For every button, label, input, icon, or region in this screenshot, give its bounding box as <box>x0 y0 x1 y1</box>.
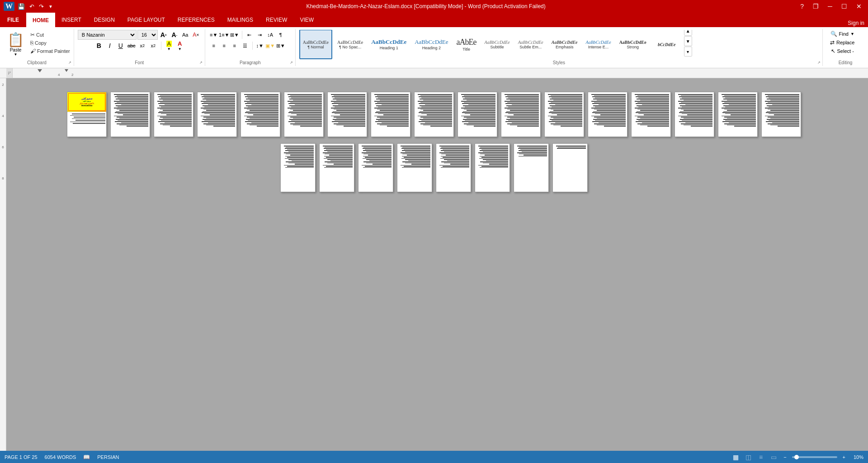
clear-format-button[interactable]: A✕ <box>191 30 201 40</box>
page-thumb-8[interactable] <box>371 92 410 137</box>
style-no-spacing[interactable]: AaBbCcDdEe ¶ No Spac... <box>334 30 366 59</box>
replace-button[interactable]: ⇄ Replace <box>826 38 858 47</box>
align-left-button[interactable]: ≡ <box>209 41 219 51</box>
page-thumb-17[interactable] <box>761 92 801 137</box>
zoom-level[interactable]: 10% <box>851 454 863 460</box>
show-hide-button[interactable]: ¶ <box>276 30 286 40</box>
ruler-handle[interactable]: ◸ <box>6 68 13 78</box>
maximize-button[interactable]: ☐ <box>839 3 850 10</box>
decrease-indent-button[interactable]: ⇤ <box>245 30 255 40</box>
copy-button[interactable]: ⎘ Copy <box>28 39 72 47</box>
page-thumb-10[interactable] <box>458 92 497 137</box>
redo-quick-btn[interactable]: ↷ <box>38 2 45 11</box>
page-thumb-6[interactable] <box>284 92 324 137</box>
ruler-tab-2[interactable] <box>65 69 68 72</box>
page-thumb-16[interactable] <box>718 92 758 137</box>
zoom-out-button[interactable]: − <box>782 454 788 460</box>
page-thumb-19[interactable] <box>319 143 354 192</box>
view-web-button[interactable]: ◫ <box>744 453 753 462</box>
bold-button[interactable]: B <box>94 41 104 51</box>
page-thumb-5[interactable] <box>241 92 280 137</box>
ruler-tab-1[interactable] <box>38 69 42 72</box>
style-bccddee[interactable]: bCcDdEe <box>651 30 682 59</box>
tab-references[interactable]: REFERENCES <box>171 13 221 27</box>
page-thumb-23[interactable] <box>475 143 510 192</box>
style-heading1[interactable]: AaBbCcDdEe Heading 1 <box>368 30 410 59</box>
style-emphasis[interactable]: AaBbCcDdEe Emphasis <box>548 30 581 59</box>
subscript-button[interactable]: x2 <box>137 41 147 51</box>
align-right-button[interactable]: ≡ <box>230 41 240 51</box>
justify-button[interactable]: ☰ <box>240 41 250 51</box>
shading-button[interactable]: ▣▼ <box>265 41 275 51</box>
language[interactable]: PERSIAN <box>97 454 119 460</box>
page-thumb-21[interactable] <box>397 143 432 192</box>
bullet-list-button[interactable]: ≡▼ <box>209 30 219 40</box>
style-subtitle[interactable]: AaBbCcDdEe Subtitle <box>481 30 513 59</box>
page-thumb-15[interactable] <box>675 92 714 137</box>
sort-button[interactable]: ↕A <box>265 30 275 40</box>
tab-design[interactable]: DESIGN <box>88 13 121 27</box>
font-size-select[interactable]: 16 <box>137 30 158 40</box>
customize-quick-btn[interactable]: ▼ <box>47 3 54 10</box>
styles-scroll-down[interactable]: ▼ <box>684 36 692 46</box>
style-subtle-emphasis[interactable]: AaBbCcDdEe Subtle Em... <box>515 30 547 59</box>
page-thumb-1[interactable]: تحقیق آنلاین مرجع دانلود با کمترین قیمت … <box>67 92 107 137</box>
page-thumb-3[interactable] <box>154 92 193 137</box>
zoom-in-button[interactable]: + <box>841 454 847 460</box>
styles-scroll-up[interactable]: ▲ <box>684 30 692 36</box>
italic-button[interactable]: I <box>105 41 115 51</box>
tab-mailings[interactable]: MAILINGS <box>221 13 259 27</box>
strikethrough-button[interactable]: abc <box>127 41 137 51</box>
page-thumb-22[interactable] <box>436 143 471 192</box>
multilevel-list-button[interactable]: ⊞▼ <box>230 30 240 40</box>
page-thumb-11[interactable] <box>501 92 541 137</box>
page-thumb-20[interactable] <box>358 143 393 192</box>
font-family-select[interactable]: B Nazanin <box>78 30 137 40</box>
page-thumb-24[interactable] <box>514 143 549 192</box>
shrink-font-button[interactable]: A- <box>170 30 179 40</box>
page-thumb-4[interactable] <box>197 92 237 137</box>
view-outline-button[interactable]: ≡ <box>756 453 765 462</box>
page-thumb-25[interactable] <box>552 143 588 192</box>
find-button[interactable]: 🔍 Find ▼ <box>827 30 858 38</box>
font-color-button[interactable]: A ▼ <box>175 41 185 51</box>
paragraph-expand[interactable]: ↗ <box>289 60 294 65</box>
grow-font-button[interactable]: A+ <box>159 30 169 40</box>
tab-view[interactable]: VIEW <box>293 13 320 27</box>
page-thumb-12[interactable] <box>544 92 584 137</box>
style-intense-emphasis[interactable]: AaBbCcDdEe Intense E... <box>583 30 614 59</box>
style-normal[interactable]: AaBbCcDdEe ¶ Normal <box>299 30 332 59</box>
restore-button[interactable]: ❐ <box>810 3 821 10</box>
font-expand[interactable]: ↗ <box>198 60 204 65</box>
line-spacing-button[interactable]: ↕▼ <box>255 41 265 51</box>
page-thumb-2[interactable] <box>110 92 150 137</box>
tab-review[interactable]: REVIEW <box>259 13 293 27</box>
underline-button[interactable]: U <box>116 41 126 51</box>
page-thumb-14[interactable] <box>631 92 671 137</box>
style-title[interactable]: aAbEe Title <box>453 30 480 59</box>
view-print-button[interactable]: ▦ <box>731 453 740 462</box>
align-center-button[interactable]: ≡ <box>219 41 229 51</box>
clipboard-expand[interactable]: ↗ <box>67 60 73 65</box>
styles-expand[interactable]: ↗ <box>816 60 821 65</box>
paste-button[interactable]: 📋 Paste ▼ <box>4 30 28 58</box>
superscript-button[interactable]: x2 <box>148 41 158 51</box>
page-thumb-9[interactable] <box>414 92 454 137</box>
text-highlight-button[interactable]: A ▼ <box>164 41 174 51</box>
zoom-thumb[interactable] <box>794 455 799 459</box>
spelling-icon[interactable]: 📖 <box>83 454 90 460</box>
zoom-slider[interactable] <box>792 456 837 458</box>
undo-quick-btn[interactable]: ↶ <box>28 2 36 11</box>
format-painter-button[interactable]: 🖌 Format Painter <box>28 47 72 55</box>
sign-in-button[interactable]: Sign in <box>844 19 868 27</box>
borders-button[interactable]: ⊞▼ <box>276 41 286 51</box>
style-strong[interactable]: AaBbCcDdEe Strong <box>616 30 650 59</box>
page-thumb-18[interactable] <box>280 143 316 192</box>
tab-home[interactable]: HOME <box>26 13 55 27</box>
help-button[interactable]: ? <box>797 2 807 11</box>
view-draft-button[interactable]: ▭ <box>769 453 778 462</box>
tab-insert[interactable]: INSERT <box>55 13 88 27</box>
close-button[interactable]: ✕ <box>854 3 864 10</box>
styles-more[interactable]: ▾ <box>684 47 692 57</box>
tab-file[interactable]: FILE <box>0 13 26 27</box>
